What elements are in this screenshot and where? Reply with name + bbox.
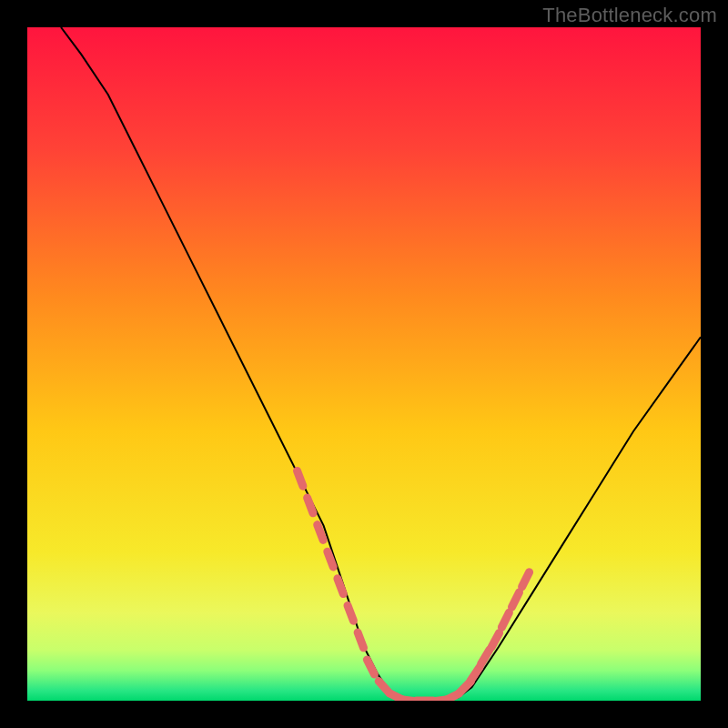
curve-marker	[358, 632, 363, 648]
curve-marker	[318, 525, 323, 541]
curve-marker	[328, 551, 333, 567]
curve-marker	[308, 498, 313, 513]
curve-marker	[338, 579, 343, 594]
chart-plot-area	[27, 27, 701, 701]
watermark-text: TheBottleneck.com	[542, 4, 717, 27]
chart-svg	[27, 27, 701, 701]
chart-frame: TheBottleneck.com	[0, 0, 728, 728]
curve-marker	[298, 470, 303, 486]
gradient-background	[27, 27, 701, 701]
curve-marker	[348, 605, 353, 621]
